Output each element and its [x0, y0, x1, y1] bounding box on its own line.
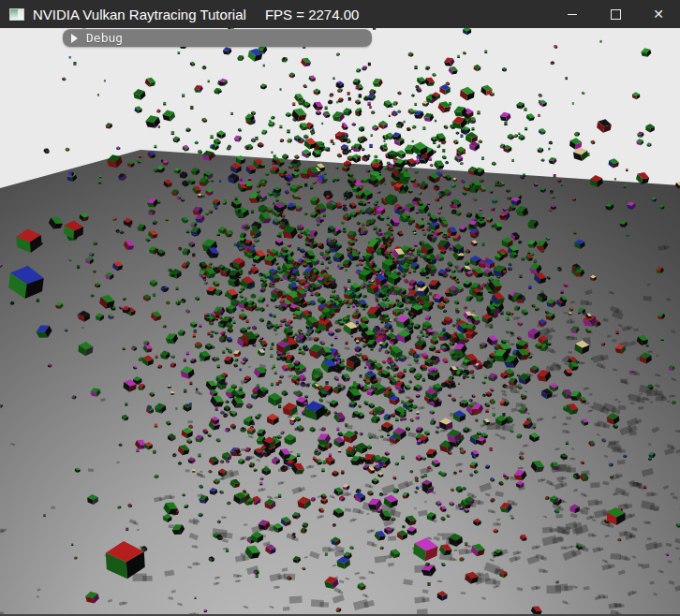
maximize-button[interactable] — [594, 0, 637, 28]
app-window: NVIDIA Vulkan Raytracing Tutorial FPS = … — [0, 0, 680, 616]
window-controls: ✕ — [551, 0, 680, 28]
scene-canvas — [0, 28, 680, 616]
fps-counter: FPS = 2274.00 — [265, 7, 360, 22]
expand-arrow-icon[interactable] — [71, 34, 78, 43]
close-icon: ✕ — [653, 7, 664, 21]
debug-panel-header[interactable]: Debug — [63, 29, 372, 47]
debug-panel-title: Debug — [86, 31, 123, 45]
window-title: NVIDIA Vulkan Raytracing Tutorial — [33, 7, 246, 22]
minimize-button[interactable] — [551, 0, 594, 28]
close-button[interactable]: ✕ — [637, 0, 680, 28]
render-viewport[interactable]: Debug — [0, 28, 680, 616]
minimize-icon — [568, 14, 577, 15]
app-icon — [9, 8, 24, 21]
maximize-icon — [611, 9, 621, 20]
titlebar[interactable]: NVIDIA Vulkan Raytracing Tutorial FPS = … — [0, 0, 680, 28]
